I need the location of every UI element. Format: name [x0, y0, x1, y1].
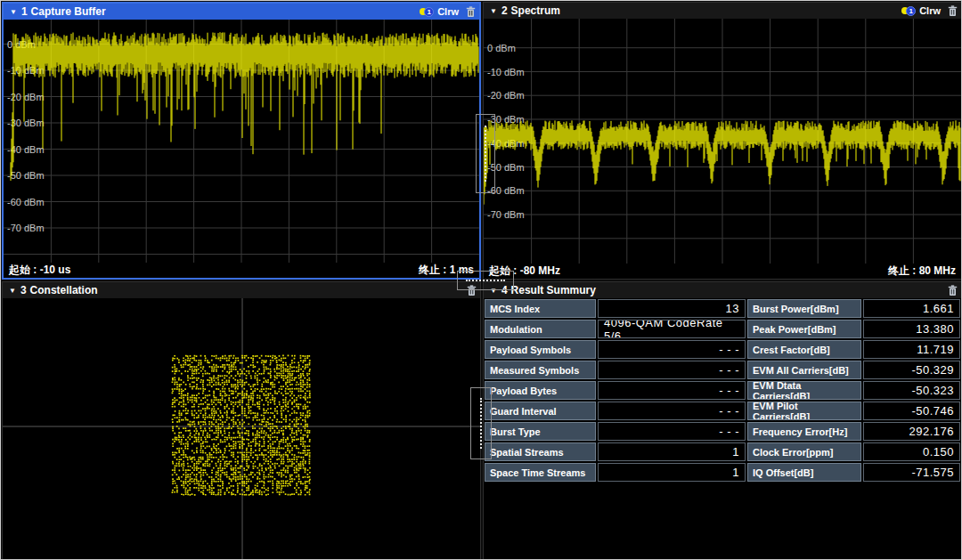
panel-capture-buffer[interactable]: ▼ 1 Capture Buffer 1 Clrw 0 dBm-10 dBm- [2, 2, 481, 280]
splitter-dots [485, 126, 486, 182]
result-value: 11.719 [863, 340, 960, 359]
result-value: - - - [598, 340, 746, 359]
result-value: 1 [598, 463, 746, 482]
result-value: 4096-QAM CodeRate 5/6 [598, 320, 746, 338]
result-table: MCS Index13Burst Power[dBm]1.661Modulati… [484, 298, 961, 483]
result-value: -50.746 [863, 402, 960, 420]
panel-title: Constellation [30, 284, 98, 296]
result-label: Peak Power[dBm] [747, 320, 861, 338]
trash-icon [466, 6, 476, 18]
svg-text:-50 dBm: -50 dBm [7, 170, 45, 181]
result-value: -50.329 [863, 361, 960, 379]
svg-text:-20 dBm: -20 dBm [7, 92, 45, 102]
result-label: Modulation [485, 320, 596, 338]
result-value: - - - [598, 422, 746, 441]
svg-text:-70 dBm: -70 dBm [487, 209, 525, 220]
panel-constellation[interactable]: ▼ 3 Constellation [2, 281, 481, 560]
result-label: MCS Index [485, 299, 596, 318]
spectrum-graph: 0 dBm-10 dBm-20 dBm-30 dBm-40 dBm-50 dBm… [484, 19, 961, 264]
x-axis-start-label: 起始 : -10 us [9, 263, 70, 278]
vertical-splitter-bottom[interactable] [470, 387, 492, 459]
panel-spectrum[interactable]: ▼ 2 Spectrum 1 Clrw 0 dBm-10 dBm-20 dBm [483, 2, 962, 280]
panel-header-result-summary[interactable]: ▼ 4 Result Summury [484, 282, 961, 298]
svg-text:0 dBm: 0 dBm [487, 43, 516, 53]
constellation-graph-area[interactable] [3, 298, 480, 559]
result-value: 1 [598, 442, 746, 461]
result-value: 292.176 [863, 422, 960, 441]
collapse-triangle-icon[interactable]: ▼ [9, 287, 16, 295]
result-label: Spatial Streams [485, 442, 596, 461]
collapse-triangle-icon[interactable]: ▼ [10, 8, 17, 16]
delete-window-button[interactable] [466, 6, 476, 18]
vertical-splitter-top[interactable] [476, 114, 495, 193]
trash-icon [948, 5, 958, 17]
result-label: Space Time Streams [485, 463, 596, 482]
capture-buffer-graph: 0 dBm-10 dBm-20 dBm-30 dBm-40 dBm-50 dBm… [4, 20, 479, 263]
trash-icon [948, 285, 958, 296]
result-label: Clock Error[ppm] [747, 442, 861, 461]
spectrum-graph-area[interactable]: 0 dBm-10 dBm-20 dBm-30 dBm-40 dBm-50 dBm… [484, 19, 961, 264]
trace-mode-label: Clrw [919, 5, 941, 16]
capture-buffer-footer: 起始 : -10 us 终止 : 1 ms [4, 263, 479, 278]
horizontal-splitter-middle[interactable] [457, 271, 514, 290]
result-value: - - - [598, 402, 746, 420]
trace-badge[interactable]: 1 Clrw [420, 6, 459, 17]
result-label: IQ Offset[dB] [747, 463, 861, 482]
panel-header-spectrum[interactable]: ▼ 2 Spectrum 1 Clrw [484, 3, 961, 19]
result-label: EVM Dtata Carriers[dB] [747, 381, 861, 400]
svg-text:-10 dBm: -10 dBm [487, 67, 525, 77]
constellation-graph [3, 298, 480, 559]
result-value: - - - [598, 381, 746, 400]
panel-number: 1 [21, 5, 28, 18]
spectrum-footer: 起始 : -80 MHz 终止 : 80 MHz [484, 264, 961, 279]
panel-number: 3 [20, 284, 27, 296]
trace-number-badge: 1 [906, 6, 916, 16]
panel-header-constellation[interactable]: ▼ 3 Constellation [3, 282, 480, 298]
svg-text:-60 dBm: -60 dBm [7, 197, 45, 207]
svg-text:-70 dBm: -70 dBm [7, 223, 45, 233]
panel-number: 2 [501, 4, 508, 17]
result-label: EVM Pilot Carriers[dB] [747, 402, 861, 420]
result-label: Guard Interval [485, 402, 596, 420]
panel-title: Capture Buffer [31, 5, 106, 18]
capture-buffer-graph-area[interactable]: 0 dBm-10 dBm-20 dBm-30 dBm-40 dBm-50 dBm… [4, 20, 479, 263]
result-value: -71.575 [863, 463, 960, 482]
panel-title: Spectrum [511, 4, 560, 17]
trace-badge[interactable]: 1 Clrw [901, 5, 941, 16]
result-label: Frequency Error[Hz] [747, 422, 861, 441]
result-label: EVM All Carriers[dB] [747, 361, 861, 379]
panel-header-capture-buffer[interactable]: ▼ 1 Capture Buffer 1 Clrw [4, 4, 479, 20]
result-value: - - - [598, 361, 746, 379]
svg-text:-10 dBm: -10 dBm [7, 65, 45, 76]
result-label: Burst Type [485, 422, 596, 441]
panel-title: Result Summury [511, 284, 596, 296]
result-value: 13.380 [863, 320, 960, 338]
result-label: Measured Symbols [485, 361, 596, 379]
result-label: Payload Symbols [485, 340, 596, 359]
result-value: 0.150 [863, 442, 960, 461]
result-value: 13 [598, 299, 746, 318]
result-value: -50.323 [863, 381, 960, 400]
delete-window-button[interactable] [948, 5, 958, 17]
panel-result-summary[interactable]: ▼ 4 Result Summury MCS Index13Burst Powe… [483, 281, 962, 560]
trace-mode-label: Clrw [437, 6, 459, 17]
trace-number-badge: 1 [424, 7, 434, 17]
analyzer-screen: ▼ 1 Capture Buffer 1 Clrw 0 dBm-10 dBm- [0, 0, 962, 560]
splitter-dots [480, 398, 482, 449]
splitter-dots [466, 280, 506, 281]
result-label: Burst Power[dBm] [747, 299, 861, 318]
delete-window-button[interactable] [948, 285, 958, 296]
result-label: Payload Bytes [485, 381, 596, 400]
svg-text:-20 dBm: -20 dBm [487, 90, 525, 101]
result-value: 1.661 [863, 299, 960, 318]
result-label: Crest Factor[dB] [747, 340, 861, 359]
x-axis-end-label: 终止 : 80 MHz [888, 264, 956, 279]
collapse-triangle-icon[interactable]: ▼ [490, 7, 497, 15]
